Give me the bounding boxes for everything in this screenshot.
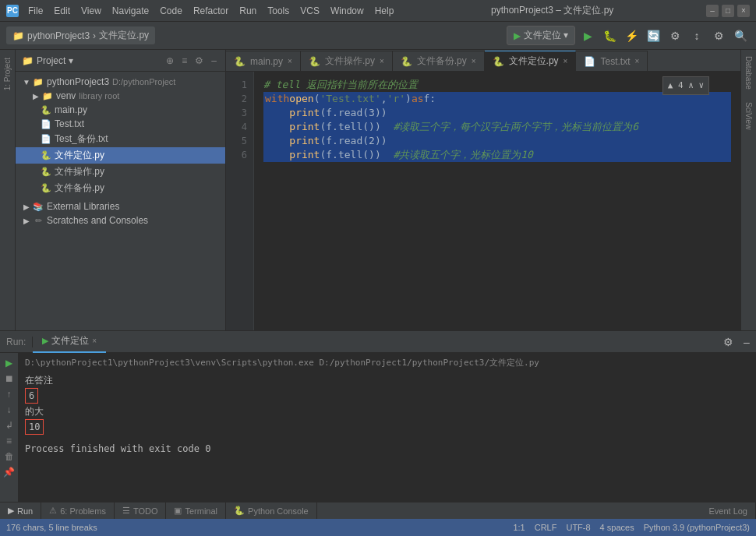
sidebar-tab-project[interactable]: 1: Project bbox=[2, 53, 13, 95]
settings-icon[interactable]: ⚙ bbox=[193, 55, 206, 67]
tab-file-locate[interactable]: 🐍 文件定位.py × bbox=[485, 51, 577, 71]
vcs-button[interactable]: ↕ bbox=[687, 26, 706, 45]
status-bar-right: 1:1 CRLF UTF-8 4 spaces Python 3.9 (pyth… bbox=[513, 523, 750, 532]
py-icon: 🐍 bbox=[493, 56, 504, 67]
tree-file-op-py[interactable]: 🐍 文件操作.py bbox=[16, 164, 225, 180]
action-tab-todo[interactable]: ☰ TODO bbox=[115, 503, 167, 520]
menu-help[interactable]: Help bbox=[370, 4, 399, 18]
rerun-button[interactable]: ▶ bbox=[2, 356, 16, 370]
menu-navigate[interactable]: Navigate bbox=[108, 4, 154, 18]
run-config-dropdown[interactable]: ▶ 文件定位 ▾ bbox=[507, 26, 575, 45]
menu-file[interactable]: File bbox=[23, 4, 48, 18]
run-button[interactable]: ▶ bbox=[578, 26, 597, 45]
search-everywhere-button[interactable]: 🔍 bbox=[731, 26, 750, 45]
tree-root[interactable]: ▼ 📁 pythonProject3 D:/pythonProject bbox=[16, 75, 225, 89]
bottom-content: ▶ ⏹ ↑ ↓ ↲ ≡ 🗑 📌 D:\pythonProject1\python… bbox=[0, 353, 756, 502]
stop-button[interactable]: ⏹ bbox=[2, 372, 16, 386]
coverage-button[interactable]: ⚡ bbox=[622, 26, 641, 45]
tree-main-py[interactable]: 🐍 main.py bbox=[16, 103, 225, 117]
menu-tools[interactable]: Tools bbox=[263, 4, 294, 18]
tab-run[interactable]: ▶ 文件定位 × bbox=[33, 331, 106, 353]
tab-file-op[interactable]: 🐍 文件操作.py × bbox=[301, 51, 393, 71]
test-txt-label: Test.txt bbox=[55, 118, 84, 129]
close-icon[interactable]: × bbox=[563, 57, 568, 65]
close-button[interactable]: × bbox=[737, 5, 750, 17]
status-line-ending[interactable]: CRLF bbox=[535, 523, 557, 532]
tree-btn[interactable]: ≡ bbox=[2, 434, 16, 448]
menu-edit[interactable]: Edit bbox=[49, 4, 75, 18]
folder-icon: 📁 bbox=[33, 76, 44, 87]
pin-btn[interactable]: 📌 bbox=[2, 465, 16, 479]
action-tab-run[interactable]: ▶ Run bbox=[0, 503, 41, 520]
clear-btn[interactable]: 🗑 bbox=[2, 450, 16, 464]
tree-file-backup-py[interactable]: 🐍 文件备份.py bbox=[16, 180, 225, 196]
close-icon[interactable]: × bbox=[92, 337, 97, 345]
sync-icon[interactable]: ⊕ bbox=[164, 55, 176, 67]
code-content[interactable]: ▲ 4 ∧ ∨ # tell 返回指针当前所在的位置 with open ( '… bbox=[254, 72, 740, 330]
tree-test-backup-txt[interactable]: 📄 Test_备份.txt bbox=[16, 131, 225, 147]
menu-window[interactable]: Window bbox=[326, 4, 369, 18]
close-icon[interactable]: × bbox=[472, 57, 476, 65]
tab-file-backup-label: 文件备份.py bbox=[417, 55, 467, 68]
file-locate-label: 文件定位.py bbox=[55, 149, 104, 162]
status-position[interactable]: 1:1 bbox=[513, 523, 525, 532]
menu-vcs[interactable]: VCS bbox=[295, 4, 324, 18]
tab-test-txt-label: Test.txt bbox=[600, 56, 630, 67]
tree-venv[interactable]: ▶ 📁 venv library root bbox=[16, 89, 225, 103]
minimize-button[interactable]: – bbox=[706, 5, 719, 17]
code-editor[interactable]: 1 2 3 4 5 6 ▲ 4 ∧ ∨ # tell 返回指针当前所在的位置 bbox=[226, 72, 740, 330]
indent-6 bbox=[265, 148, 289, 162]
menu-refactor[interactable]: Refactor bbox=[189, 4, 233, 18]
build-button[interactable]: ⚙ bbox=[666, 26, 684, 45]
hide-icon[interactable]: – bbox=[209, 55, 219, 67]
menu-view[interactable]: View bbox=[76, 4, 106, 18]
scroll-up-btn[interactable]: ↑ bbox=[2, 387, 16, 401]
action-tab-problems[interactable]: ⚠ 6: Problems bbox=[41, 503, 115, 520]
tab-file-backup[interactable]: 🐍 文件备份.py × bbox=[393, 51, 485, 71]
folder-icon: 📁 bbox=[12, 30, 24, 41]
right-tab-sciview[interactable]: SciView bbox=[743, 96, 754, 136]
line-numbers: 1 2 3 4 5 6 bbox=[226, 72, 254, 330]
profile-button[interactable]: 🔄 bbox=[644, 26, 662, 45]
project-label[interactable]: 📁 pythonProject3 › 文件定位.py bbox=[6, 26, 155, 44]
code-3-rest: (f.read(3)) bbox=[320, 106, 387, 120]
maximize-button[interactable]: □ bbox=[722, 5, 734, 17]
menu-code[interactable]: Code bbox=[155, 4, 187, 18]
right-tab-database[interactable]: Database bbox=[743, 50, 754, 96]
menu-bar[interactable]: File Edit View Navigate Code Refactor Ru… bbox=[23, 4, 398, 18]
status-encoding[interactable]: UTF-8 bbox=[566, 523, 590, 532]
console-output: D:\pythonProject1\pythonProject3\venv\Sc… bbox=[19, 353, 756, 502]
todo-label: TODO bbox=[133, 506, 158, 516]
status-indent[interactable]: 4 spaces bbox=[600, 523, 634, 532]
tree-file-locate-py[interactable]: 🐍 文件定位.py bbox=[16, 147, 225, 164]
console-line-4: 10 bbox=[25, 418, 750, 436]
run-settings-btn[interactable]: ⚙ bbox=[719, 333, 737, 351]
window-controls[interactable]: – □ × bbox=[706, 5, 750, 17]
comment-4: #读取三个字，每个汉字占两个字节，光标当前位置为6 bbox=[381, 120, 638, 134]
run-close-btn[interactable]: – bbox=[737, 333, 756, 351]
status-area: ▶ Run ⚠ 6: Problems ☰ TODO ▣ Terminal 🐍 … bbox=[0, 502, 756, 536]
tree-external-libs[interactable]: ▶ 📚 External Libraries bbox=[16, 199, 225, 213]
event-log-label: Event Log bbox=[708, 506, 747, 516]
settings-button[interactable]: ⚙ bbox=[709, 26, 728, 45]
close-icon[interactable]: × bbox=[288, 57, 292, 65]
bottom-panel: Run: ▶ 文件定位 × ⚙ – ▶ ⏹ ↑ ↓ ↲ ≡ 🗑 📌 D:\pyt… bbox=[0, 330, 756, 502]
close-icon[interactable]: × bbox=[380, 57, 384, 65]
code-close-paren: ) bbox=[405, 92, 412, 106]
action-tab-python-console[interactable]: 🐍 Python Console bbox=[226, 503, 317, 520]
arrow-icon: ▶ bbox=[22, 216, 31, 225]
action-tab-terminal[interactable]: ▣ Terminal bbox=[166, 503, 226, 520]
tab-main-py[interactable]: 🐍 main.py × bbox=[226, 51, 301, 71]
menu-run[interactable]: Run bbox=[235, 4, 261, 18]
tab-test-txt[interactable]: 📄 Test.txt × bbox=[576, 51, 648, 71]
scroll-down-btn[interactable]: ↓ bbox=[2, 403, 16, 417]
wrap-btn[interactable]: ↲ bbox=[2, 418, 16, 432]
tree-scratches[interactable]: ▶ ✏ Scratches and Consoles bbox=[16, 213, 225, 227]
action-tab-event-log[interactable]: Event Log bbox=[701, 503, 756, 520]
tree-test-txt[interactable]: 📄 Test.txt bbox=[16, 117, 225, 131]
project-tree: ▼ 📁 pythonProject3 D:/pythonProject ▶ 📁 … bbox=[16, 72, 225, 330]
close-icon[interactable]: × bbox=[634, 57, 639, 65]
code-comma: , bbox=[381, 92, 387, 106]
debug-button[interactable]: 🐛 bbox=[600, 26, 619, 45]
collapse-icon[interactable]: ≡ bbox=[179, 55, 189, 67]
